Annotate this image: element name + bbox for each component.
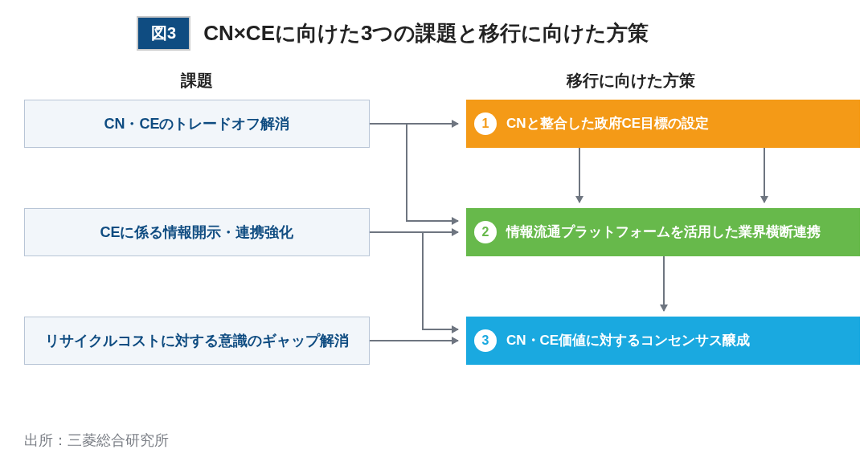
arrow-issue2-to-measure3-horiz (422, 329, 458, 330)
source-citation: 出所：三菱総合研究所 (24, 431, 169, 450)
measure-box-1: 1 CNと整合した政府CE目標の設定 (466, 100, 860, 148)
measure-number-icon: 1 (474, 112, 497, 135)
arrow-measure2-to-measure3 (663, 256, 665, 311)
measure-number-icon: 3 (474, 329, 497, 352)
issue-box-2: CEに係る情報開示・連携強化 (24, 208, 370, 256)
arrow-issue1-to-measure2-vert (406, 125, 407, 221)
arrow-measure1-to-measure2-left (579, 148, 580, 202)
arrow-issue1-to-measure1 (370, 123, 458, 125)
diagram-title: CN×CEに向けた3つの課題と移行に向けた方策 (203, 19, 649, 47)
measure-label: CNと整合した政府CE目標の設定 (506, 115, 709, 133)
measures-column-header: 移行に向けた方策 (370, 70, 844, 92)
measure-box-3: 3 CN・CE価値に対するコンセンサス醸成 (466, 317, 860, 365)
arrow-issue2-to-measure2 (370, 231, 458, 233)
measure-number-icon: 2 (474, 221, 497, 243)
arrow-measure1-to-measure2-right (764, 148, 765, 202)
measure-label: CN・CE価値に対するコンセンサス醸成 (506, 332, 750, 350)
issue-box-1: CN・CEのトレードオフ解消 (24, 100, 370, 148)
diagram-body: CN・CEのトレードオフ解消 CEに係る情報開示・連携強化 リサイクルコストに対… (24, 100, 844, 413)
issues-column-header: 課題 (24, 70, 370, 92)
issue-label: CN・CEのトレードオフ解消 (104, 114, 289, 133)
measure-label: 情報流通プラットフォームを活用した業界横断連携 (506, 223, 821, 242)
figure-badge: 図3 (137, 16, 190, 51)
issue-label: CEに係る情報開示・連携強化 (100, 223, 293, 242)
issue-box-3: リサイクルコストに対する意識のギャップ解消 (24, 317, 370, 365)
arrow-issue2-to-measure3-vert (422, 233, 424, 329)
diagram-header: 図3 CN×CEに向けた3つの課題と移行に向けた方策 (24, 16, 844, 51)
column-headers: 課題 移行に向けた方策 (24, 70, 844, 92)
arrow-issue1-to-measure2-horiz (406, 220, 458, 222)
issue-label: リサイクルコストに対する意識のギャップ解消 (45, 331, 349, 350)
measure-box-2: 2 情報流通プラットフォームを活用した業界横断連携 (466, 208, 860, 256)
arrow-issue3-to-measure3 (370, 340, 458, 341)
